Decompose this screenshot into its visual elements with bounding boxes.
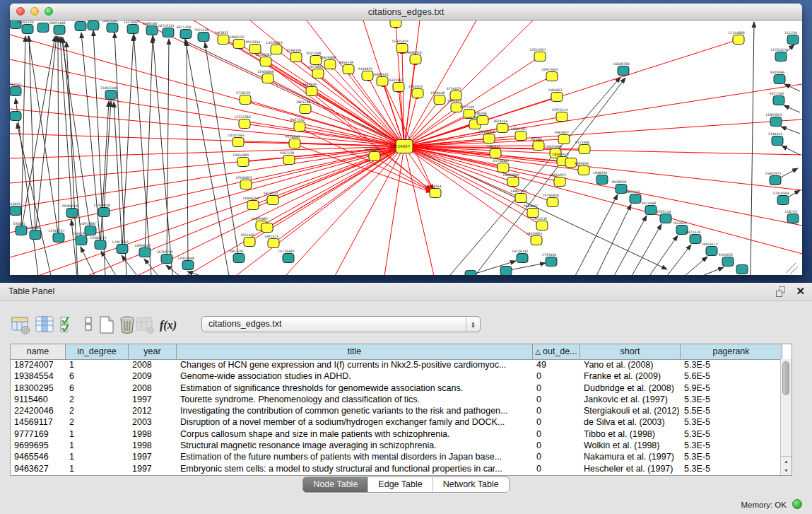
graph-node[interactable] xyxy=(465,271,476,276)
table-row[interactable]: 946554611997Estimation of the future num… xyxy=(11,451,781,462)
graph-node[interactable]: 62160 xyxy=(531,137,544,151)
graph-node[interactable]: 9170045 xyxy=(286,135,300,148)
graph-node[interactable]: 8131074 xyxy=(387,21,401,28)
graph-node[interactable]: 6734023 xyxy=(447,87,461,100)
column-header-out_de[interactable]: △out_de... xyxy=(533,344,580,359)
tab-edge-table[interactable]: Edge Table xyxy=(368,477,433,492)
graph-node[interactable]: 15751074 xyxy=(770,48,787,62)
graph-node[interactable]: 17359928 xyxy=(93,204,110,217)
graph-node[interactable]: 9115460 xyxy=(575,141,590,154)
graph-node[interactable]: 19654985 xyxy=(233,153,249,167)
graph-node[interactable]: 6879197 xyxy=(626,190,641,204)
graph-node[interactable]: 8912954 xyxy=(246,40,261,54)
graph-node[interactable]: 12923448 xyxy=(177,257,194,270)
graph-node[interactable]: 9474444 xyxy=(642,201,657,215)
float-panel-icon[interactable] xyxy=(776,286,787,297)
graph-node[interactable]: 21053346 xyxy=(100,86,117,100)
graph-node[interactable]: 10719131 xyxy=(158,24,174,37)
network-canvas[interactable]: 1872400774638225960123891295414226053185… xyxy=(10,21,802,275)
graph-node[interactable]: 8322037 xyxy=(389,78,404,92)
new-table-icon[interactable] xyxy=(98,315,117,335)
graph-node[interactable]: 10807487 xyxy=(510,127,526,141)
table-row[interactable]: 1456911722003Disruption of a novel membe… xyxy=(11,416,781,428)
graph-node[interactable]: 5675685 xyxy=(309,65,324,78)
graph-node[interactable]: 10107543 xyxy=(228,134,244,147)
network-table-select[interactable]: citations_edges.txt ▲▼ xyxy=(201,316,481,332)
graph-node[interactable]: 10653287 xyxy=(102,21,118,33)
graph-node[interactable]: 7463822 xyxy=(214,31,229,45)
table-vertical-scrollbar[interactable]: ▲ ▼ xyxy=(780,359,792,475)
graph-node[interactable]: 8186328 xyxy=(287,49,302,62)
graph-node[interactable]: 9146821 xyxy=(358,67,373,81)
graph-node[interactable]: 8454749 xyxy=(339,61,354,74)
window-titlebar[interactable]: citations_edges.txt xyxy=(10,4,802,21)
graph-node[interactable]: 7986322 xyxy=(486,145,501,158)
graph-node[interactable] xyxy=(88,21,99,30)
column-header-name[interactable]: name xyxy=(11,344,66,359)
graph-node[interactable]: 20691406 xyxy=(49,21,65,35)
graph-node[interactable]: 20206576 xyxy=(61,204,78,218)
show-columns-icon[interactable] xyxy=(35,315,55,335)
graph-node[interactable]: 111234 xyxy=(784,31,799,45)
graph-node[interactable]: 16046755 xyxy=(242,197,259,210)
select-columns-icon[interactable] xyxy=(59,315,79,335)
graph-node[interactable]: 1244415 xyxy=(768,132,783,146)
graph-node[interactable]: 20511031 xyxy=(10,83,22,96)
graph-node[interactable]: 14136141 xyxy=(512,250,528,263)
graph-node[interactable]: 2718126 xyxy=(236,91,251,105)
graph-node[interactable]: 2935114 xyxy=(657,210,671,223)
graph-node[interactable]: 16648784 xyxy=(613,62,629,76)
graph-node[interactable]: 7515526 xyxy=(194,28,209,42)
graph-node[interactable]: 15716485 xyxy=(278,250,294,263)
table-row[interactable]: 1830029562008Estimation of significance … xyxy=(11,382,781,394)
graph-node[interactable]: 9245652 xyxy=(719,253,734,267)
graph-node[interactable] xyxy=(10,112,21,121)
table-row[interactable]: 946362711997Embryonic stem cells: a mode… xyxy=(11,463,781,474)
scroll-up-icon[interactable]: ▲ xyxy=(784,459,789,464)
table-row[interactable]: 977716911998Corpus callosum shape and si… xyxy=(11,428,781,440)
graph-node[interactable]: 12975115 xyxy=(551,108,567,122)
scroll-down-icon[interactable]: ▼ xyxy=(784,468,789,473)
table-row[interactable]: 911546021997Tourette syndrome. Phenomeno… xyxy=(11,394,781,405)
network-graph[interactable]: 1872400774638225960123891295414226053185… xyxy=(10,21,802,275)
graph-node[interactable]: 6466160 xyxy=(143,22,158,35)
graph-node[interactable]: 14226053 xyxy=(266,41,282,54)
table-row[interactable]: 1872400712008Changes of HCN gene express… xyxy=(11,359,781,370)
graph-node[interactable]: 9329966 xyxy=(770,71,785,84)
graph-node[interactable]: 9463627 xyxy=(555,131,570,144)
column-header-year[interactable]: year xyxy=(129,344,177,359)
graph-node[interactable]: 8471676 xyxy=(686,230,701,244)
graph-node[interactable]: 1115689 xyxy=(26,226,41,240)
graph-node[interactable]: 1691473 xyxy=(264,235,279,248)
graph-node[interactable] xyxy=(261,223,273,233)
tab-node-table[interactable]: Node Table xyxy=(303,477,368,492)
graph-node[interactable]: 1815132 xyxy=(533,217,548,230)
graph-node[interactable]: 18524851 xyxy=(526,232,542,245)
column-header-in_degree[interactable]: in_degree xyxy=(66,344,129,359)
graph-node[interactable]: 2616055 xyxy=(10,202,21,216)
graph-node[interactable]: 3624554 xyxy=(493,119,508,133)
column-header-short[interactable]: short xyxy=(580,344,681,359)
graph-node[interactable]: 9857791 xyxy=(230,250,245,263)
graph-node[interactable]: 335051 xyxy=(13,222,27,235)
graph-node[interactable]: 116753 xyxy=(784,210,799,223)
table-row[interactable]: 969969511998Structural magnetic resonanc… xyxy=(11,440,781,451)
graph-node[interactable]: 1640954 xyxy=(593,171,608,185)
close-panel-icon[interactable]: ✕ xyxy=(796,286,805,297)
graph-node[interactable]: 9699695 xyxy=(575,162,589,175)
graph-node[interactable]: 9227343 xyxy=(770,92,784,105)
graph-node[interactable]: 9242845 xyxy=(302,83,317,96)
graph-node[interactable]: 1527602 xyxy=(124,21,139,34)
graph-node[interactable]: 2803144 xyxy=(296,100,311,114)
column-header-title[interactable]: title xyxy=(177,344,533,359)
graph-node[interactable]: 7625402 xyxy=(240,233,255,247)
graph-node[interactable]: 18640910 xyxy=(405,51,421,64)
graph-node[interactable]: 15692971 xyxy=(765,172,781,185)
function-builder-icon[interactable]: f(x) xyxy=(160,315,180,335)
graph-node[interactable]: 8427552 xyxy=(290,118,305,132)
graph-node[interactable]: 4671358 xyxy=(177,25,192,39)
table-settings-icon[interactable] xyxy=(11,315,31,335)
graph-node[interactable]: 12093852 xyxy=(765,113,782,127)
graph-node[interactable]: 10958107 xyxy=(134,244,151,257)
table-row[interactable]: 1938455462009Genome-wide association stu… xyxy=(11,370,781,382)
